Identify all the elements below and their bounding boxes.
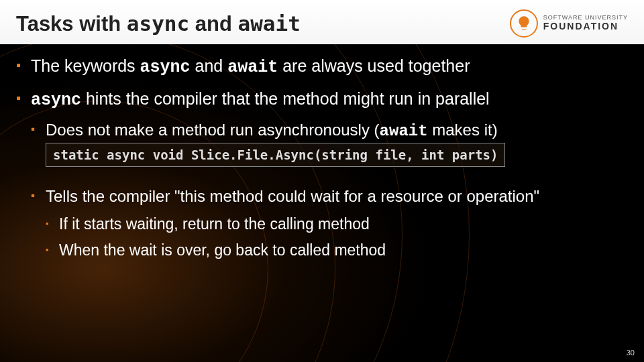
title-mid: and (189, 12, 237, 36)
bullet-2-2-2: When the wait is over, go back to called… (46, 241, 628, 259)
bullet-1: The keywords async and await are always … (16, 56, 628, 77)
bullet-2-1: Does not make a method run asynchronousl… (31, 121, 628, 178)
page-number: 30 (627, 349, 635, 357)
title-code2: await (237, 11, 300, 36)
bulb-icon (510, 9, 538, 38)
bullet-2-2: Tells the compiler "this method could wa… (31, 187, 628, 259)
title-code1: async (127, 11, 189, 36)
title-pre: Tasks with (16, 12, 127, 36)
logo: SOFTWARE UNIVERSITY FOUNDATION (510, 9, 628, 38)
logo-line2: FOUNDATION (543, 21, 628, 32)
code-sample: static async void Slice.File.Async(strin… (46, 143, 505, 167)
bullet-2: async hints the compiler that the method… (16, 89, 628, 259)
bullet-2-2-1: If it starts waiting, return to the call… (46, 215, 628, 233)
slide-title: Tasks with async and await SOFTWARE UNIV… (0, 0, 644, 44)
